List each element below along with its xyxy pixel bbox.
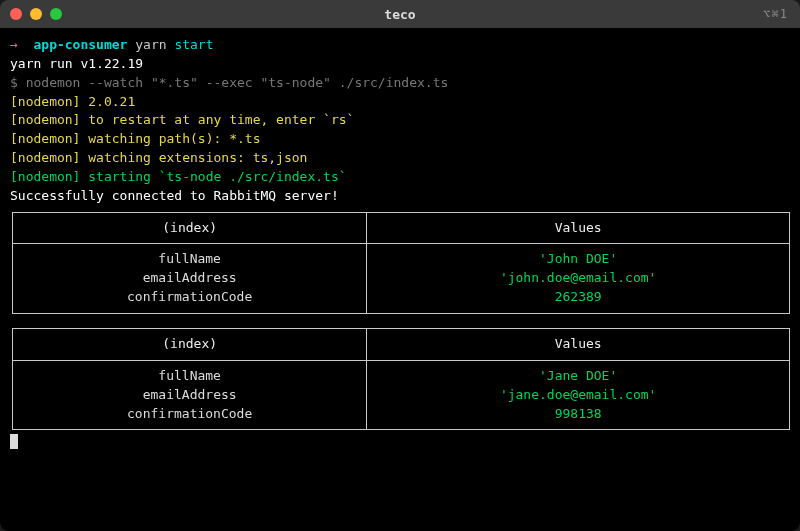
table-key: emailAddress [31, 386, 348, 405]
close-icon[interactable] [10, 8, 22, 20]
nodemon-tag: [nodemon] [10, 131, 80, 146]
prompt-line: → app-consumer yarn start [10, 36, 790, 55]
nodemon-line-2: [nodemon] to restart at any time, enter … [10, 111, 790, 130]
minimize-icon[interactable] [30, 8, 42, 20]
window-title: teco [0, 7, 800, 22]
cmd-start: start [174, 37, 213, 52]
titlebar[interactable]: teco ⌥⌘1 [0, 0, 800, 28]
terminal-body[interactable]: → app-consumer yarn start yarn run v1.22… [0, 28, 800, 531]
prompt-dir: app-consumer [33, 37, 127, 52]
table-key: fullName [31, 250, 348, 269]
table-value: 'Jane DOE' [385, 367, 771, 386]
table-keys-cell: fullName emailAddress confirmationCode [13, 244, 367, 314]
nodemon-line-1: [nodemon] 2.0.21 [10, 93, 790, 112]
table-key: confirmationCode [31, 405, 348, 424]
table-key: fullName [31, 367, 348, 386]
table-header-index: (index) [13, 212, 367, 244]
table-value: 'jane.doe@email.com' [385, 386, 771, 405]
table-value: 262389 [385, 288, 771, 307]
table-header-row: (index) Values [13, 328, 790, 360]
nodemon-tag: [nodemon] [10, 94, 80, 109]
nodemon-line-3: [nodemon] watching path(s): *.ts [10, 130, 790, 149]
traffic-lights [10, 8, 62, 20]
table-value: 998138 [385, 405, 771, 424]
nodemon-text-5: starting `ts-node ./src/index.ts` [80, 169, 346, 184]
table-values-cell: 'Jane DOE' 'jane.doe@email.com' 998138 [367, 360, 790, 430]
table-header-row: (index) Values [13, 212, 790, 244]
cmd-yarn: yarn [135, 37, 166, 52]
nodemon-text-2: to restart at any time, enter `rs` [80, 112, 354, 127]
dollar-prefix: $ [10, 75, 26, 90]
console-table-1: (index) Values fullName emailAddress con… [12, 212, 790, 314]
nodemon-text-1: 2.0.21 [80, 94, 135, 109]
console-tables: (index) Values fullName emailAddress con… [12, 212, 790, 431]
table-row: fullName emailAddress confirmationCode '… [13, 244, 790, 314]
nodemon-cmd-line: $ nodemon --watch "*.ts" --exec "ts-node… [10, 74, 790, 93]
nodemon-text-4: watching extensions: ts,json [80, 150, 307, 165]
table-keys-cell: fullName emailAddress confirmationCode [13, 360, 367, 430]
table-values-cell: 'John DOE' 'john.doe@email.com' 262389 [367, 244, 790, 314]
window-shortcut: ⌥⌘1 [763, 7, 788, 21]
table-header-values: Values [367, 212, 790, 244]
cursor [10, 430, 790, 455]
nodemon-cmd-text: nodemon --watch "*.ts" --exec "ts-node" … [26, 75, 449, 90]
prompt-arrow-icon: → [10, 37, 18, 52]
yarn-run-line: yarn run v1.22.19 [10, 55, 790, 74]
nodemon-tag: [nodemon] [10, 112, 80, 127]
table-header-values: Values [367, 328, 790, 360]
table-key: confirmationCode [31, 288, 348, 307]
nodemon-line-4: [nodemon] watching extensions: ts,json [10, 149, 790, 168]
nodemon-tag: [nodemon] [10, 150, 80, 165]
table-value: 'John DOE' [385, 250, 771, 269]
table-header-index: (index) [13, 328, 367, 360]
table-row: fullName emailAddress confirmationCode '… [13, 360, 790, 430]
nodemon-tag: [nodemon] [10, 169, 80, 184]
console-table-2: (index) Values fullName emailAddress con… [12, 328, 790, 430]
terminal-window: teco ⌥⌘1 → app-consumer yarn start yarn … [0, 0, 800, 531]
nodemon-text-3: watching path(s): *.ts [80, 131, 260, 146]
nodemon-line-5: [nodemon] starting `ts-node ./src/index.… [10, 168, 790, 187]
table-key: emailAddress [31, 269, 348, 288]
table-value: 'john.doe@email.com' [385, 269, 771, 288]
connected-line: Successfully connected to RabbitMQ serve… [10, 187, 790, 206]
maximize-icon[interactable] [50, 8, 62, 20]
